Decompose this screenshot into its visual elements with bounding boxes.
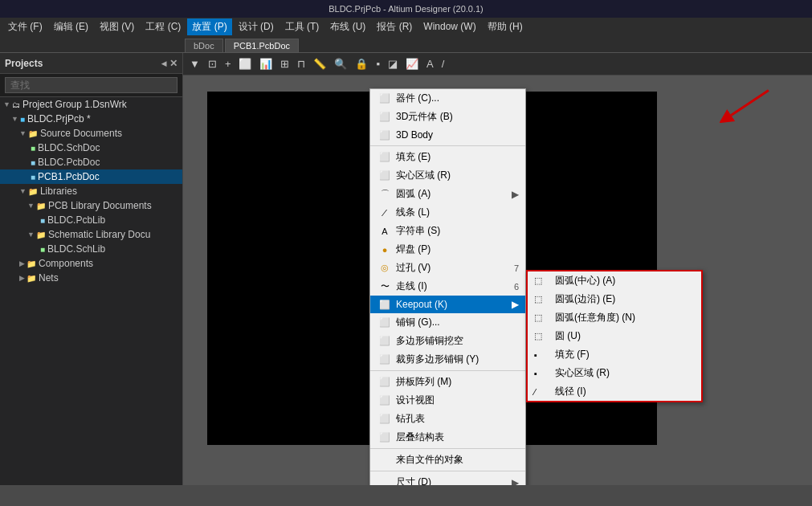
menu-item-via[interactable]: ◎ 过孔 (V) 7 [370,259,525,277]
menu-item-trace[interactable]: 〜 走线 (I) 6 [370,277,525,296]
menu-item-polygon-cutout[interactable]: ⬜ 多边形铺铜挖空 [370,332,525,350]
menu-item-dimension[interactable]: 尺寸 (D) ▶ [370,473,525,485]
tree-item-libraries[interactable]: ▼ 📁 Libraries [0,184,182,198]
expand-icon-source: ▼ [19,129,27,137]
line-icon: ∕ [377,208,393,218]
string-label: 字符串 (S) [396,224,440,238]
menu-route[interactable]: 布线 (U) [325,18,370,35]
expand-icon-libs: ▼ [19,187,27,195]
components-label: Components [39,258,93,269]
menu-item-slice-polygon[interactable]: ⬜ 裁剪多边形铺铜 (Y) [370,350,525,369]
expand-icon-nets: ▶ [19,274,25,282]
tree-item-project-group[interactable]: ▼ 🗂 Project Group 1.DsnWrk [0,97,182,112]
trace-shortcut: 6 [498,282,519,292]
sidebar: Projects ◂ ✕ ▼ 🗂 Project Group 1.DsnWrk [0,53,183,485]
trace-label: 走线 (I) [396,280,427,293]
keepout-trace-width[interactable]: ∕ 线径 (I) [528,382,701,401]
tree-item-components[interactable]: ▶ 📁 Components [0,256,182,271]
pcb1-pcbdoc-label: PCB1.PcbDoc [38,171,100,182]
3d-body-icon: ⬜ [377,130,393,141]
dimension-label: 尺寸 (D) [396,475,431,485]
bldc-pcbdoc-icon: ■ [31,158,35,167]
dimension-submenu-arrow: ▶ [512,477,519,486]
menu-item-arc[interactable]: ⌒ 圆弧 (A) ▶ [370,185,525,203]
solid-region-icon: ⬜ [377,170,393,181]
menu-item-fill[interactable]: ⬜ 填充 (E) [370,148,525,166]
arc-icon: ⌒ [377,188,393,200]
menu-window[interactable]: Window (W) [418,19,480,34]
solid-region-label: 实心区域 (R) [396,169,451,182]
menu-edit[interactable]: 编辑 (E) [49,18,93,35]
pad-icon: ● [377,245,393,255]
menu-item-string[interactable]: A 字符串 (S) [370,222,525,240]
nets-icon: 📁 [27,274,36,283]
expand-icon-components: ▶ [19,259,25,267]
keepout-arc-edge[interactable]: ⬚ 圆弧(边沿) (E) [528,290,701,308]
tab-pcb1[interactable]: PCB1.PcbDoc [225,39,299,52]
tree-item-pcb1-pcbdoc[interactable]: ■ PCB1.PcbDoc [0,169,182,184]
3d-body-label: 3D Body [396,129,433,141]
tree-item-pcb-lib-docs[interactable]: ▼ 📁 PCB Library Documents [0,198,182,213]
copper-pour-label: 铺铜 (G)... [396,316,440,329]
sidebar-close-icon[interactable]: ✕ [169,58,177,69]
menu-tools[interactable]: 工具 (T) [280,18,324,35]
keepout-solid-region[interactable]: ▪ 实心区域 (R) [528,364,701,382]
tree-item-bldc-pcblib[interactable]: ■ BLDC.PcbLib [0,213,182,227]
menu-item-3d-body[interactable]: ⬜ 3D Body [370,126,525,144]
dropdown-overlay: ⬜ 器件 (C)... ⬜ 3D元件体 (B) ⬜ 3D Body ⬜ 填充 (… [183,53,812,485]
tree-item-sch-lib-docu[interactable]: ▼ 📁 Schematic Library Docu [0,227,182,242]
menu-item-from-file[interactable]: 来自文件的对象 [370,451,525,469]
tab-bldc[interactable]: bDoc [185,39,223,52]
keepout-arc-any-angle[interactable]: ⬚ 圆弧(任意角度) (N) [528,308,701,327]
tree-item-bldc-schdoc[interactable]: ■ BLDC.SchDoc [0,141,182,155]
sidebar-pin-icon[interactable]: ◂ [161,58,166,69]
menu-item-pad[interactable]: ● 焊盘 (P) [370,240,525,259]
menu-report[interactable]: 报告 (R) [372,18,417,35]
keepout-fill[interactable]: ▪ 填充 (F) [528,345,701,364]
bldc-schdoc-icon: ■ [31,144,35,153]
menu-file[interactable]: 文件 (F) [3,18,47,35]
menu-design[interactable]: 设计 (D) [234,18,279,35]
keepout-label: Keepout (K) [396,299,447,310]
keepout-arc-center[interactable]: ⬚ 圆弧(中心) (A) [528,271,701,290]
stackup-table-label: 层叠结构表 [396,431,444,444]
sidebar-header: Projects ◂ ✕ [0,53,182,74]
tree-item-source-docs[interactable]: ▼ 📁 Source Documents [0,126,182,141]
menu-help[interactable]: 帮助 (H) [483,18,528,35]
arc-center-icon: ⬚ [534,275,550,286]
menu-item-3d-component[interactable]: ⬜ 3D元件体 (B) [370,108,525,126]
tree-item-nets[interactable]: ▶ 📁 Nets [0,271,182,285]
via-icon: ◎ [377,263,393,273]
keepout-circle[interactable]: ⬚ 圆 (U) [528,327,701,345]
libraries-label: Libraries [40,186,77,197]
expand-icon-schlib: ▼ [27,231,35,239]
menu-item-drill-table[interactable]: ⬜ 钻孔表 [370,410,525,428]
menu-item-design-view[interactable]: ⬜ 设计视图 [370,391,525,410]
tree-item-bldc-prjpcb[interactable]: ▼ ■ BLDC.PrjPcb * [0,112,182,126]
menu-item-component[interactable]: ⬜ 器件 (C)... [370,89,525,108]
separator-3 [370,448,525,449]
pad-label: 焊盘 (P) [396,243,430,256]
slice-polygon-icon: ⬜ [377,354,393,365]
keepout-submenu: ⬚ 圆弧(中心) (A) ⬚ 圆弧(边沿) (E) ⬚ 圆弧(任意角度) (N)… [526,270,703,402]
sidebar-title: Projects [5,58,43,69]
menu-item-copper-pour[interactable]: ⬜ 铺铜 (G)... [370,313,525,332]
menu-project[interactable]: 工程 (C) [141,18,186,35]
fill-label: 填充 (E) [396,150,430,164]
menu-view[interactable]: 视图 (V) [95,18,139,35]
keepout-fill-icon: ▪ [534,350,550,360]
menu-item-line[interactable]: ∕ 线条 (L) [370,203,525,222]
from-file-label: 来自文件的对象 [396,453,463,467]
tree-item-bldc-pcbdoc[interactable]: ■ BLDC.PcbDoc [0,155,182,169]
tree-item-bldc-schlib[interactable]: ■ BLDC.SchLib [0,242,182,256]
menu-place[interactable]: 放置 (P) [187,18,231,35]
tab-bar: bDoc PCB1.PcbDoc [0,35,812,53]
menu-item-solid-region[interactable]: ⬜ 实心区域 (R) [370,166,525,185]
copper-pour-icon: ⬜ [377,317,393,328]
search-input[interactable] [5,77,177,93]
menu-item-panelize[interactable]: ⬜ 拼板阵列 (M) [370,373,525,391]
menu-item-stackup-table[interactable]: ⬜ 层叠结构表 [370,428,525,447]
menu-item-keepout[interactable]: ⬜ Keepout (K) ▶ [370,296,525,313]
project-tree: ▼ 🗂 Project Group 1.DsnWrk ▼ ■ BLDC.PrjP… [0,97,182,484]
arc-submenu-arrow: ▶ [512,189,519,200]
